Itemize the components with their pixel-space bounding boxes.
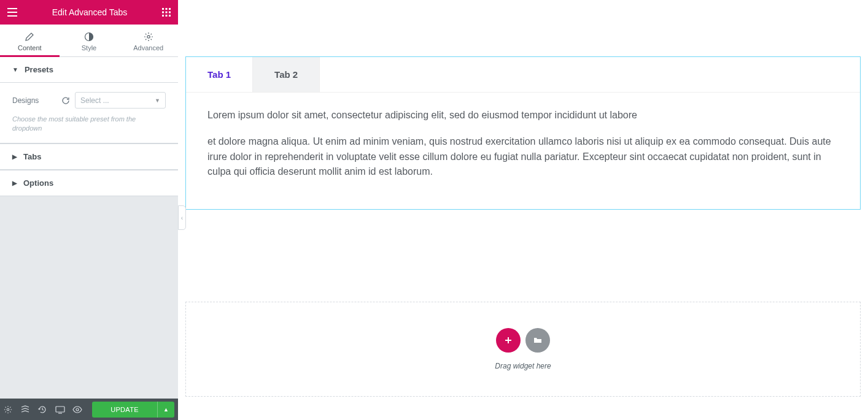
section-presets-title: Presets: [25, 65, 53, 74]
navigator-icon[interactable]: [21, 405, 38, 414]
preview-tab-2[interactable]: Tab 2: [253, 57, 320, 92]
svg-rect-4: [166, 12, 168, 13]
tab-style[interactable]: Style: [60, 25, 119, 56]
editor-panel: Edit Advanced Tabs Content Style Advance…: [0, 0, 178, 420]
svg-rect-8: [169, 15, 171, 17]
content-paragraph: et dolore magna aliqua. Ut enim ad minim…: [207, 134, 839, 180]
svg-point-10: [147, 36, 149, 38]
panel-footer: UPDATE ▲: [0, 399, 178, 420]
svg-rect-3: [162, 12, 164, 13]
tab-content-label: Content: [18, 44, 42, 52]
caret-down-icon: ▼: [12, 66, 18, 73]
drop-hint: Drag widget here: [495, 362, 551, 370]
update-options-button[interactable]: ▲: [157, 402, 174, 418]
collapse-panel-handle[interactable]: ‹: [178, 205, 186, 230]
preview-canvas: Tab 1 Tab 2 Lorem ipsum dolor sit amet, …: [178, 0, 868, 420]
update-button-group: UPDATE ▲: [92, 402, 174, 418]
panel-header: Edit Advanced Tabs: [0, 0, 178, 25]
svg-rect-5: [169, 12, 171, 13]
tab-advanced-label: Advanced: [133, 44, 163, 52]
tab-style-label: Style: [82, 44, 96, 52]
responsive-icon[interactable]: [55, 405, 72, 414]
svg-rect-0: [162, 8, 164, 10]
tab-content[interactable]: Content: [0, 25, 60, 56]
reload-icon[interactable]: [61, 96, 70, 105]
advanced-tabs-widget[interactable]: Tab 1 Tab 2 Lorem ipsum dolor sit amet, …: [185, 56, 861, 210]
caret-right-icon: ▶: [12, 180, 17, 186]
caret-right-icon: ▶: [12, 153, 17, 160]
designs-select-placeholder: Select ...: [80, 96, 109, 105]
history-icon[interactable]: [38, 405, 55, 414]
svg-rect-2: [169, 8, 171, 10]
panel-title: Edit Advanced Tabs: [17, 7, 162, 17]
contrast-icon: [60, 32, 119, 42]
svg-point-11: [7, 408, 9, 411]
section-tabs-title: Tabs: [23, 152, 41, 161]
section-presets-header[interactable]: ▼ Presets: [0, 57, 178, 83]
tab-content-area: Lorem ipsum dolor sit amet, consectetur …: [186, 93, 860, 209]
svg-rect-7: [166, 15, 168, 17]
update-button[interactable]: UPDATE: [92, 402, 157, 418]
add-section-button[interactable]: [496, 328, 521, 353]
panel-mode-tabs: Content Style Advanced: [0, 25, 178, 57]
template-library-button[interactable]: [525, 328, 550, 353]
preview-icon[interactable]: [72, 405, 90, 414]
content-paragraph: Lorem ipsum dolor sit amet, consectetur …: [207, 108, 839, 123]
chevron-down-icon: ▼: [155, 97, 160, 104]
settings-icon[interactable]: [4, 405, 21, 414]
preview-tab-1[interactable]: Tab 1: [186, 57, 253, 92]
panel-sections: ▼ Presets Designs Select ... ▼ Choose th…: [0, 57, 178, 399]
svg-rect-6: [162, 15, 164, 17]
section-tabs-header[interactable]: ▶ Tabs: [0, 143, 178, 170]
section-presets-body: Designs Select ... ▼ Choose the most sui…: [0, 83, 178, 143]
tab-advanced[interactable]: Advanced: [118, 25, 178, 56]
svg-rect-1: [166, 8, 168, 10]
svg-rect-12: [56, 407, 64, 412]
section-options-title: Options: [23, 178, 53, 188]
pencil-icon: [0, 32, 60, 42]
tabs-nav: Tab 1 Tab 2: [186, 57, 860, 93]
designs-select[interactable]: Select ... ▼: [75, 92, 166, 109]
menu-icon[interactable]: [7, 8, 17, 17]
apps-icon[interactable]: [162, 8, 171, 17]
section-options-header[interactable]: ▶ Options: [0, 170, 178, 196]
svg-point-13: [76, 408, 79, 411]
drop-zone[interactable]: Drag widget here: [185, 302, 861, 397]
gear-icon: [118, 32, 178, 42]
designs-description: Choose the most suitable preset from the…: [12, 115, 166, 134]
designs-label: Designs: [12, 96, 61, 105]
